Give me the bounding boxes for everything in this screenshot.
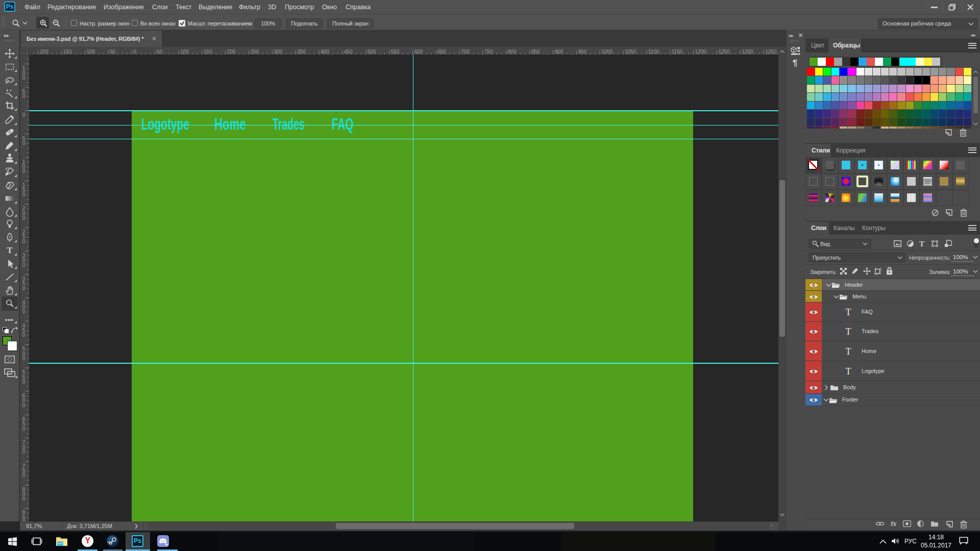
- svg-text:0: 0: [22, 140, 26, 146]
- svg-text:200: 200: [40, 49, 48, 55]
- svg-text:750: 750: [484, 49, 493, 55]
- svg-text:0: 0: [22, 286, 26, 291]
- svg-text:650: 650: [437, 49, 446, 55]
- svg-text:800: 800: [508, 49, 517, 55]
- svg-text:1250: 1250: [719, 49, 730, 55]
- svg-text:1050: 1050: [625, 49, 636, 55]
- svg-text:700: 700: [461, 49, 470, 55]
- svg-text:0: 0: [22, 75, 26, 81]
- svg-text:100: 100: [180, 49, 189, 55]
- svg-text:0: 0: [22, 332, 26, 338]
- svg-text:850: 850: [531, 49, 540, 55]
- svg-text:0: 0: [22, 356, 26, 361]
- svg-text:500: 500: [368, 49, 376, 55]
- svg-text:0: 0: [22, 262, 26, 268]
- svg-text:200: 200: [227, 49, 236, 55]
- svg-text:0: 0: [22, 449, 26, 455]
- svg-text:950: 950: [578, 49, 586, 55]
- svg-text:0: 0: [22, 309, 26, 314]
- svg-text:0: 0: [22, 403, 26, 408]
- svg-text:150: 150: [204, 49, 212, 55]
- svg-text:0: 0: [22, 496, 26, 502]
- svg-text:1200: 1200: [695, 49, 707, 55]
- svg-text:1000: 1000: [601, 49, 613, 55]
- svg-text:0: 0: [22, 426, 26, 432]
- svg-text:600: 600: [414, 49, 423, 55]
- svg-text:1100: 1100: [648, 49, 659, 55]
- svg-text:T: T: [7, 245, 13, 255]
- svg-text:0: 0: [22, 215, 26, 221]
- svg-text:0: 0: [22, 239, 26, 244]
- svg-text:550: 550: [391, 49, 400, 55]
- svg-text:0: 0: [22, 93, 26, 99]
- svg-text:150: 150: [63, 49, 72, 55]
- svg-text:450: 450: [344, 49, 353, 55]
- svg-text:400: 400: [321, 49, 329, 55]
- svg-text:0: 0: [22, 192, 26, 197]
- svg-text:50: 50: [157, 49, 163, 55]
- svg-text:0: 0: [22, 472, 26, 478]
- svg-text:100: 100: [87, 49, 95, 55]
- svg-text:0: 0: [22, 112, 26, 118]
- svg-text:0: 0: [22, 379, 26, 385]
- svg-text:1350: 1350: [765, 49, 777, 55]
- svg-text:0: 0: [133, 49, 136, 55]
- svg-text:900: 900: [555, 49, 564, 55]
- svg-text:300: 300: [274, 49, 282, 55]
- svg-text:0: 0: [22, 168, 26, 174]
- svg-text:250: 250: [250, 49, 259, 55]
- svg-text:1300: 1300: [742, 49, 753, 55]
- svg-text:50: 50: [110, 49, 116, 55]
- svg-text:1150: 1150: [672, 49, 683, 55]
- svg-text:350: 350: [297, 49, 306, 55]
